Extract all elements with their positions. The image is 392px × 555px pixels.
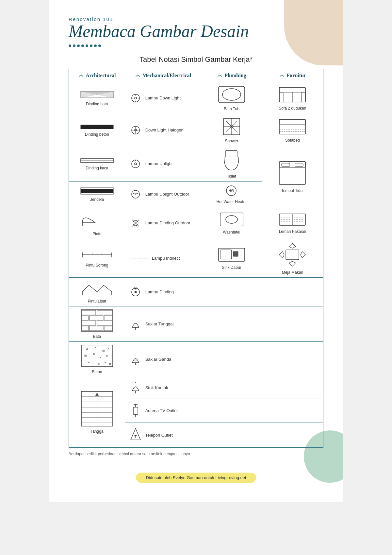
svg-rect-145: [133, 407, 138, 414]
plumb-cell-shower: Shower: [201, 114, 262, 146]
svg-rect-89: [220, 250, 232, 259]
furn-cell-lemari: Lemari Pakaian: [262, 207, 323, 239]
plumb-furn-empty: [201, 278, 323, 306]
table-row: Dinding bata Lampu: [69, 82, 323, 114]
svg-rect-61: [81, 193, 113, 194]
mech-cell-saklar-ganda: Saklar Ganda: [125, 342, 201, 377]
plumb-cell-washtafel: Washtafel: [201, 207, 262, 239]
svg-rect-34: [81, 125, 113, 129]
svg-rect-32: [279, 92, 283, 102]
svg-rect-60: [81, 188, 113, 189]
svg-rect-70: [220, 213, 243, 226]
svg-marker-92: [289, 243, 296, 248]
empty-cell: [201, 398, 323, 423]
svg-point-117: [86, 348, 88, 350]
dots-decoration: [69, 44, 323, 47]
furn-cell-sofa2: Sofa 2 dudukan: [262, 82, 323, 114]
svg-rect-33: [302, 92, 305, 102]
mech-cell-lampu-dinding: Lampu Dinding: [125, 278, 201, 306]
svg-text:T: T: [134, 435, 137, 439]
svg-rect-58: [295, 163, 303, 166]
svg-point-120: [108, 348, 109, 349]
plumb-cell-toilet: Toilet: [201, 146, 262, 182]
plumb-cell-bathtub: Bath Tub: [201, 82, 262, 114]
mech-cell-lampu-indirect: Lampu Indirect: [125, 239, 201, 278]
table-row: Dinding beton Down Light Halogen: [69, 114, 323, 146]
svg-rect-46: [279, 119, 305, 124]
svg-marker-94: [279, 251, 284, 258]
svg-rect-109: [82, 321, 96, 325]
svg-rect-106: [82, 316, 89, 320]
svg-rect-113: [104, 326, 112, 331]
col-plumb-header: Plumbing: [201, 69, 262, 82]
footnote: *terdapat sedikit perbedaan simbol antar…: [69, 452, 323, 456]
svg-text:HW: HW: [229, 189, 234, 193]
svg-point-71: [226, 216, 237, 223]
svg-point-22: [135, 97, 137, 99]
empty-cell: [201, 342, 323, 377]
table-row: Tangga Stok Kontak: [69, 377, 323, 398]
table-row: Pintu Lipat Lampu Dinding: [69, 278, 323, 306]
svg-point-52: [135, 163, 137, 165]
table-title: Tabel Notasi Simbol Gambar Kerja*: [69, 55, 323, 64]
svg-rect-108: [104, 316, 112, 320]
svg-rect-112: [90, 326, 103, 331]
mech-cell-downlight: Lampu Down Light: [125, 82, 201, 114]
arch-cell-pintu-lipat: Pintu Lipat: [69, 278, 125, 306]
col-mech-header: Mechanical/Electrical: [125, 69, 201, 82]
svg-rect-90: [233, 251, 238, 256]
svg-point-122: [93, 353, 95, 355]
arch-cell-tangga: Tangga: [69, 377, 125, 448]
svg-rect-55: [279, 162, 305, 184]
svg-point-127: [105, 362, 106, 363]
header: Renovation 101: Membaca Gambar Desain: [69, 16, 323, 47]
table-row: Pintu Sorong Lampu Indirect: [69, 239, 323, 278]
table-row: Dinding kaca Lampu Uplight: [69, 146, 323, 182]
svg-point-121: [84, 355, 87, 357]
col-furn-header: Furnitur: [262, 69, 323, 82]
arch-cell-dinding-kaca: Dinding kaca: [69, 146, 125, 182]
svg-rect-57: [282, 163, 290, 166]
mech-cell-lampu-uplight: Lampu Uplight: [125, 146, 201, 182]
arch-cell-jendela: Jendela: [69, 182, 125, 207]
svg-point-124: [106, 355, 108, 357]
col-arch-header: Architectural: [69, 69, 125, 82]
svg-rect-107: [90, 316, 103, 320]
mech-cell-lampu-uplight-outdoor: Lampu Uplight Outdoor: [125, 182, 201, 207]
svg-point-100: [135, 291, 137, 293]
symbol-table: Architectural Mechanical/Electrical Plum…: [69, 69, 323, 448]
mech-cell-lampu-dinding-outdoor: Lampu Dinding Outdoor: [125, 207, 201, 239]
page-title: Membaca Gambar Desain: [69, 22, 323, 41]
mech-cell-stok-kontak: Stok Kontak: [125, 377, 201, 398]
plumb-cell-hot-water: HW Hot Water Heater: [201, 182, 262, 207]
svg-rect-91: [286, 250, 299, 260]
arch-cell-dinding-bata: Dinding bata: [69, 82, 125, 114]
furn-cell-meja-makan: Meja Makan: [262, 239, 323, 278]
arch-cell-bata: Bata: [69, 306, 125, 342]
arch-cell-pintu: Pintu: [69, 207, 125, 239]
table-row: Bata Saklar Tunggal: [69, 306, 323, 342]
mech-cell-antena: Antena TV Outlet: [125, 398, 201, 423]
svg-point-119: [102, 350, 105, 352]
svg-point-118: [95, 347, 96, 348]
furn-cell-tempat-tidur: Tempat Tidur: [262, 146, 323, 207]
svg-rect-45: [279, 119, 305, 134]
empty-cell: [201, 423, 323, 448]
svg-rect-105: [97, 310, 112, 315]
svg-point-28: [222, 89, 241, 100]
table-row: Pintu Lampu Dinding Outdoor: [69, 207, 323, 239]
svg-rect-111: [82, 326, 89, 331]
svg-marker-95: [301, 251, 305, 258]
arch-cell-pintu-sorong: Pintu Sorong: [69, 239, 125, 278]
footer-bar: Didesain oleh Evelyn Gasman untuk Living…: [136, 473, 256, 483]
svg-marker-93: [289, 261, 296, 266]
svg-rect-30: [279, 87, 305, 92]
mech-cell-downlight-halogen: Down Light Halogen: [125, 114, 201, 146]
empty-cell: [201, 306, 323, 342]
svg-rect-104: [82, 310, 96, 315]
renovation-label: Renovation 101:: [69, 16, 323, 22]
svg-rect-59: [81, 189, 113, 193]
mech-cell-saklar-tunggal: Saklar Tunggal: [125, 306, 201, 342]
arch-cell-beton: Beton: [69, 342, 125, 377]
svg-point-126: [98, 363, 100, 365]
